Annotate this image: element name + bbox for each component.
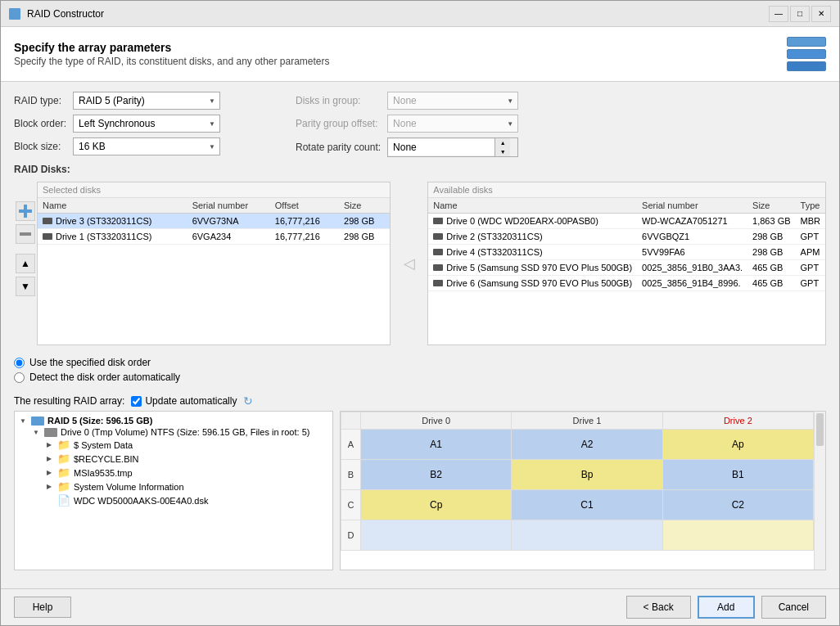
- back-button[interactable]: < Back: [626, 596, 691, 619]
- expand-icon[interactable]: ▼: [31, 427, 41, 437]
- row-label-a: A: [341, 430, 361, 460]
- table-row[interactable]: Drive 5 (Samsung SSD 970 EVO Plus 500GB)…: [428, 260, 825, 276]
- cell-serial: 6VVG73NA: [187, 214, 270, 229]
- expand-spacer: [44, 496, 54, 506]
- row-label-d: D: [341, 520, 361, 551]
- grid-cell: [662, 520, 813, 551]
- grid-panel: Drive 0 Drive 1 Drive 2 A A1 A2: [340, 411, 826, 570]
- cell-name: Drive 5 (Samsung SSD 970 EVO Plus 500GB): [428, 260, 637, 276]
- cell-serial: WD-WCAZA7051271: [637, 214, 747, 229]
- list-item[interactable]: ▶ 📁 MSIa9535.tmp: [18, 466, 329, 480]
- grid-col-drive0: Drive 0: [361, 412, 512, 430]
- spinbox-buttons: ▲ ▼: [495, 138, 510, 156]
- tree-node-label: MSIa9535.tmp: [74, 468, 133, 478]
- grid-cell: A1: [361, 430, 512, 460]
- list-item[interactable]: ▶ 📁 $ System Data: [18, 438, 329, 452]
- parity-group-label: Parity group offset:: [296, 118, 381, 129]
- list-item[interactable]: ▼ RAID 5 (Size: 596.15 GB): [18, 415, 329, 426]
- grid-scroll-area[interactable]: Drive 0 Drive 1 Drive 2 A A1 A2: [341, 412, 814, 570]
- cell-name: Drive 6 (Samsung SSD 970 EVO Plus 500GB): [428, 276, 637, 291]
- table-row[interactable]: Drive 2 (ST3320311CS) 6VVGBQZ1 298 GB GP…: [428, 229, 825, 245]
- add-button[interactable]: Add: [698, 596, 755, 619]
- vertical-scrollbar[interactable]: [814, 412, 825, 570]
- content-area: RAID type: RAID 5 (Parity) Block order: …: [1, 82, 839, 588]
- left-params: RAID type: RAID 5 (Parity) Block order: …: [14, 92, 220, 155]
- footer-buttons: < Back Add Cancel: [626, 596, 826, 619]
- cell-name: Drive 4 (ST3320311CS): [428, 245, 637, 260]
- radio-specified-order[interactable]: Use the specified disk order: [14, 357, 826, 368]
- table-row: D: [341, 520, 814, 551]
- expand-icon[interactable]: ▶: [44, 440, 54, 450]
- spinbox-down-button[interactable]: ▼: [495, 147, 510, 156]
- expand-icon[interactable]: ▶: [44, 482, 54, 492]
- refresh-icon[interactable]: ↻: [243, 394, 253, 408]
- table-row[interactable]: Drive 6 (Samsung SSD 970 EVO Plus 500GB)…: [428, 276, 825, 291]
- right-params: Disks in group: None Parity group offset…: [296, 92, 518, 157]
- grid-col-drive1: Drive 1: [512, 412, 662, 430]
- disks-in-group-select[interactable]: None: [387, 92, 518, 110]
- add-disk-button[interactable]: [16, 201, 35, 221]
- tree-node-label: Drive 0 (Tmp Volume) NTFS (Size: 596.15 …: [61, 427, 309, 437]
- title-bar: RAID Constructor — □ ✕: [1, 1, 839, 27]
- available-disks-panel: Available disks Name Serial number Size …: [427, 182, 826, 345]
- list-item[interactable]: ▼ Drive 0 (Tmp Volume) NTFS (Size: 596.1…: [18, 426, 329, 438]
- raid-type-select[interactable]: RAID 5 (Parity): [73, 92, 220, 110]
- cell-size: 298 GB: [747, 229, 795, 245]
- radio-auto-detect[interactable]: Detect the disk order automatically: [14, 372, 826, 383]
- grid-cell: A2: [512, 430, 662, 460]
- grid-cell: C1: [512, 490, 662, 520]
- tree-panel[interactable]: ▼ RAID 5 (Size: 596.15 GB) ▼ Drive 0 (Tm…: [14, 411, 333, 570]
- cell-serial: 0025_3856_91B0_3AA3.: [637, 260, 747, 276]
- parity-group-select[interactable]: None: [387, 115, 518, 133]
- radio-auto-label: Detect the disk order automatically: [29, 372, 180, 383]
- tree-node-label: RAID 5 (Size: 596.15 GB): [47, 416, 152, 426]
- cancel-button[interactable]: Cancel: [761, 596, 826, 619]
- minimize-button[interactable]: —: [769, 6, 788, 22]
- row-label-c: C: [341, 490, 361, 520]
- raid-disks-section: RAID Disks:: [14, 164, 826, 175]
- expand-icon[interactable]: ▼: [18, 416, 28, 426]
- cell-name: Drive 1 (ST3320311CS): [38, 229, 187, 245]
- radio-specified-input[interactable]: [14, 358, 25, 368]
- list-item[interactable]: 📄 WDC WD5000AAKS-00E4A0.dsk: [18, 493, 329, 507]
- update-auto-checkbox[interactable]: [131, 396, 142, 407]
- selected-disks-body: Drive 3 (ST3320311CS) 6VVG73NA 16,777,21…: [38, 214, 390, 245]
- grid-cell: C2: [662, 490, 813, 520]
- table-row: A A1 A2 Ap: [341, 430, 814, 460]
- spinbox-up-button[interactable]: ▲: [495, 138, 510, 147]
- grid-cell: B1: [662, 460, 813, 490]
- move-up-button[interactable]: ▲: [16, 254, 35, 273]
- help-button[interactable]: Help: [14, 597, 71, 618]
- rotate-parity-label: Rotate parity count:: [296, 142, 381, 153]
- table-row[interactable]: Drive 0 (WDC WD20EARX-00PASB0) WD-WCAZA7…: [428, 214, 825, 229]
- result-content: ▼ RAID 5 (Size: 596.15 GB) ▼ Drive 0 (Tm…: [14, 411, 826, 570]
- disks-container: ▲ ▼ Selected disks Name Serial number Of…: [14, 182, 826, 345]
- update-auto-checkbox-label[interactable]: Update automatically: [131, 395, 237, 407]
- col-size-1: Size: [339, 198, 390, 214]
- table-row[interactable]: Drive 1 (ST3320311CS) 6VGA234 16,777,216…: [38, 229, 390, 245]
- table-row[interactable]: Drive 3 (ST3320311CS) 6VVG73NA 16,777,21…: [38, 214, 390, 229]
- list-item[interactable]: ▶ 📁 $RECYCLE.BIN: [18, 452, 329, 466]
- expand-icon[interactable]: ▶: [44, 468, 54, 478]
- remove-disk-button[interactable]: [16, 224, 35, 244]
- move-down-button[interactable]: ▼: [16, 277, 35, 296]
- radio-specified-label: Use the specified disk order: [29, 357, 151, 368]
- cell-size: 298 GB: [339, 229, 390, 245]
- list-item[interactable]: ▶ 📁 System Volume Information: [18, 480, 329, 493]
- col-offset-1: Offset: [270, 198, 339, 214]
- tree-node-label: $ System Data: [74, 440, 133, 450]
- row-label-b: B: [341, 460, 361, 490]
- block-size-select[interactable]: 16 KB: [73, 137, 220, 155]
- close-button[interactable]: ✕: [811, 6, 831, 22]
- cell-serial: 5VV99FA6: [637, 245, 747, 260]
- expand-icon[interactable]: ▶: [44, 454, 54, 464]
- radio-auto-input[interactable]: [14, 372, 25, 383]
- disks-in-group-select-wrapper: None: [387, 92, 518, 110]
- block-order-select[interactable]: Left Synchronous: [73, 115, 220, 133]
- rotate-parity-input[interactable]: [388, 139, 495, 155]
- raid-disks-title: RAID Disks:: [14, 164, 826, 175]
- title-bar-controls: — □ ✕: [769, 6, 831, 22]
- maximize-button[interactable]: □: [790, 6, 810, 22]
- table-row[interactable]: Drive 4 (ST3320311CS) 5VV99FA6 298 GB AP…: [428, 245, 825, 260]
- cell-offset: 16,777,216: [270, 229, 339, 245]
